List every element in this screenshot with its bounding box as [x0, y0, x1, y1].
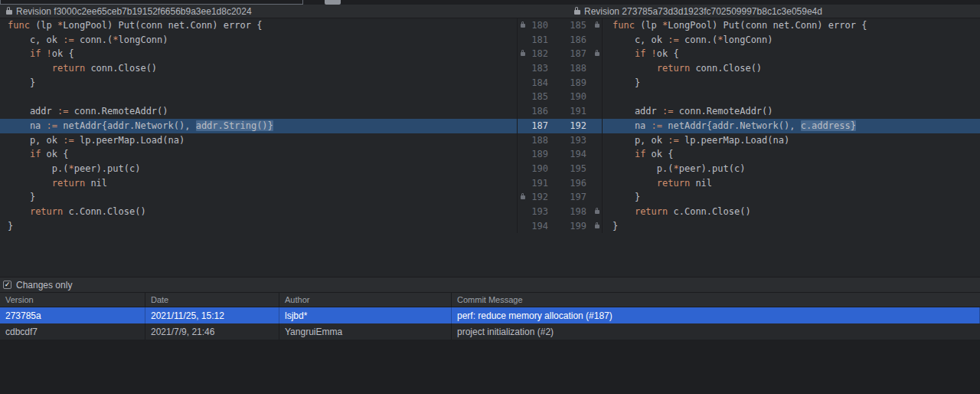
- right-line-number: 193: [548, 133, 586, 148]
- code-token: !: [652, 48, 657, 59]
- version-cell[interactable]: 273785a: [0, 307, 145, 323]
- gutter-slot: [592, 47, 602, 61]
- column-header-commit-message[interactable]: Commit Message: [452, 293, 980, 307]
- author-cell[interactable]: lsjbd*: [279, 307, 452, 323]
- changes-only-checkbox[interactable]: ✓: [3, 281, 11, 289]
- left-line-number: 185: [528, 90, 548, 104]
- code-token: p.(: [8, 163, 68, 174]
- left-line-number: 187: [528, 119, 548, 133]
- column-header-version[interactable]: Version: [0, 293, 145, 307]
- right-line-number: 196: [548, 176, 586, 191]
- column-header-date[interactable]: Date: [145, 293, 279, 307]
- code-token: *: [673, 163, 678, 174]
- changes-only-label: Changes only: [16, 280, 72, 291]
- diff-gutter: 183188: [517, 61, 603, 76]
- code-token: *: [113, 34, 118, 45]
- code-token: [612, 63, 657, 74]
- right-line-number: 191: [548, 104, 586, 119]
- code-token: (lp: [635, 20, 662, 31]
- left-line-number: 181: [528, 33, 548, 48]
- diff-editor[interactable]: func (lp *LongPool) Put(conn net.Conn) e…: [0, 18, 980, 277]
- date-cell[interactable]: 2021/7/9, 21:46: [145, 323, 279, 340]
- code-token: if: [30, 48, 41, 59]
- message-cell[interactable]: project initialization (#2): [452, 323, 980, 340]
- left-line-number: 189: [528, 147, 548, 162]
- code-token: p.(: [612, 163, 673, 174]
- right-revision-label: Revision 273785a73d3d1923fc702509997b8c1…: [584, 6, 822, 17]
- right-line-number: 187: [548, 47, 586, 61]
- code-token: na: [612, 120, 652, 131]
- gutter-slot: [592, 176, 602, 191]
- code-token: :=: [668, 34, 678, 45]
- gutter-slot: [518, 90, 528, 104]
- gutter-slot: [592, 119, 602, 133]
- right-line-number: 185: [548, 18, 586, 33]
- code-token: p, ok: [612, 135, 668, 146]
- right-line-number: 192: [548, 119, 586, 133]
- lock-icon: [574, 10, 580, 15]
- code-token: conn.Close(): [85, 63, 157, 74]
- right-line-number: 198: [548, 205, 586, 219]
- history-table: VersionDateAuthorCommit Message 273785a2…: [0, 292, 980, 340]
- code-token: func: [612, 20, 635, 31]
- code-token: *: [717, 34, 723, 45]
- left-line-number: 182: [528, 47, 548, 61]
- gutter-slot: [518, 162, 528, 176]
- code-token: [8, 149, 30, 159]
- left-line-number: 194: [528, 219, 548, 234]
- code-token: LongPool) Put(conn net.Conn) error {: [668, 20, 867, 31]
- gutter-slot: [518, 76, 528, 90]
- code-token: peer).put(c): [679, 163, 746, 174]
- column-header-author[interactable]: Author: [279, 293, 452, 307]
- code-token: na: [8, 120, 47, 131]
- history-row-cdbcdf7[interactable]: cdbcdf72021/7/9, 21:46YangruiEmmaproject…: [0, 323, 980, 340]
- gutter-slot: [592, 18, 602, 33]
- diff-gutter: 190195: [517, 162, 603, 176]
- diff-viewer-window: Revision f3000c2ee65ceb7b19152f6656b9a3e…: [0, 0, 980, 394]
- diff-line: if !ok {182187 if !ok {: [0, 47, 980, 61]
- right-line-number: 197: [548, 190, 586, 205]
- author-cell[interactable]: YangruiEmma: [279, 323, 452, 340]
- left-code: return c.Conn.Close(): [0, 205, 517, 219]
- lock-icon: [6, 10, 12, 15]
- left-code: }: [0, 190, 517, 205]
- gutter-slot: [518, 18, 528, 33]
- left-code: na := netAddr{addr.Network(), addr.Strin…: [0, 119, 517, 133]
- gutter-slot: [518, 133, 528, 148]
- lock-icon: [521, 195, 525, 199]
- gutter-slot: [518, 119, 528, 133]
- diff-line: return nil191196 return nil: [0, 176, 980, 191]
- version-cell[interactable]: cdbcdf7: [0, 323, 145, 340]
- gutter-slot: [592, 162, 602, 176]
- right-code: }: [603, 76, 980, 90]
- diff-gutter: 184189: [517, 76, 603, 90]
- left-code: addr := conn.RemoteAddr(): [0, 104, 517, 119]
- code-token: }: [8, 221, 13, 231]
- gutter-slot: [518, 147, 528, 162]
- code-token: conn.(: [679, 34, 718, 45]
- right-code: return conn.Close(): [603, 61, 980, 76]
- code-token: conn.RemoteAddr(): [68, 106, 168, 117]
- code-token: c, ok: [612, 34, 668, 45]
- diff-line: }194199}: [0, 219, 980, 234]
- left-line-number: 188: [528, 133, 548, 148]
- gutter-slot: [518, 205, 528, 219]
- right-code: p.(*peer).put(c): [603, 162, 980, 176]
- code-token: :=: [652, 120, 662, 131]
- message-cell[interactable]: perf: reduce memory allocation (#187): [452, 307, 980, 323]
- left-code: func (lp *LongPool) Put(conn net.Conn) e…: [0, 18, 517, 33]
- code-token: !: [47, 48, 52, 59]
- code-token: netAddr{addr.Network(),: [57, 120, 196, 131]
- gutter-slot: [592, 104, 602, 119]
- history-row-273785a[interactable]: 273785a2021/11/25, 15:12lsjbd*perf: redu…: [0, 307, 980, 323]
- code-token: :=: [57, 106, 68, 117]
- diff-gutter: 189194: [517, 147, 603, 162]
- code-token: }: [612, 192, 640, 202]
- date-cell[interactable]: 2021/11/25, 15:12: [145, 307, 279, 323]
- code-token: if: [635, 149, 645, 159]
- right-code: }: [603, 190, 980, 205]
- code-token: LongPool) Put(conn net.Conn) error {: [63, 20, 262, 31]
- left-line-number: 184: [528, 76, 548, 90]
- gutter-slot: [592, 205, 602, 219]
- gutter-slot: [518, 33, 528, 48]
